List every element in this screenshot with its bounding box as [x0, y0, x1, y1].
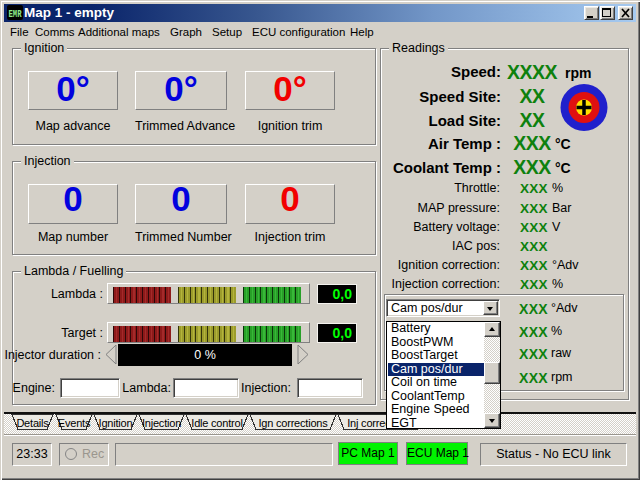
- svg-text:Injection: Injection: [142, 417, 181, 429]
- svg-text:EMR: EMR: [9, 8, 22, 20]
- svg-text:Ignition: Ignition: [99, 417, 133, 429]
- svg-text:Events: Events: [58, 417, 91, 429]
- svg-text:Idle control: Idle control: [191, 417, 242, 429]
- svg-text:Details: Details: [16, 417, 49, 429]
- svg-text:Ign corrections: Ign corrections: [258, 417, 328, 429]
